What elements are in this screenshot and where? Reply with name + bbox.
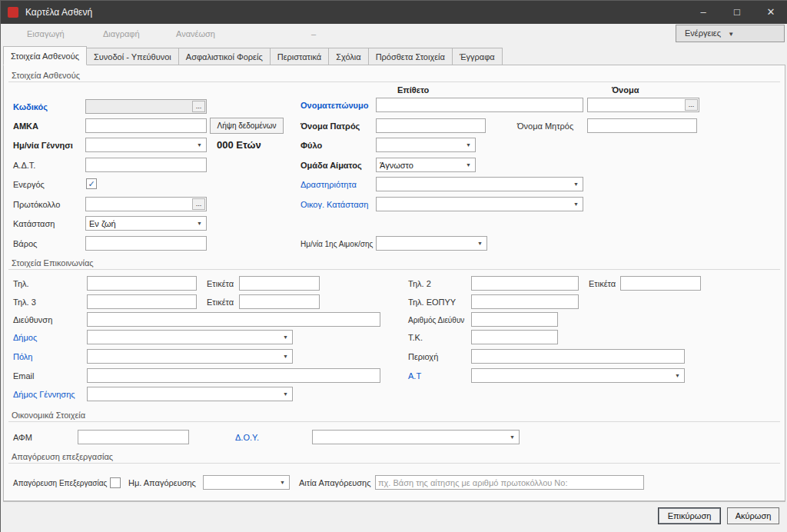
fetch-data-button[interactable]: Λήψη δεδομένων	[210, 118, 284, 134]
blood-type-label: Ομάδα Αίματος	[301, 158, 362, 173]
tab-incidents[interactable]: Περιστατικά	[271, 48, 329, 65]
firstname-field: ...	[587, 98, 699, 112]
chevron-down-icon: ▼	[570, 178, 582, 190]
tel2-tag-label: Ετικέτα	[589, 277, 616, 291]
birthdate-combo[interactable]: ▼	[85, 138, 207, 152]
email-label: Email	[13, 369, 35, 384]
blood-type-value: Άγνωστο	[380, 159, 413, 171]
tab-patient-details[interactable]: Στοιχεία Ασθενούς	[3, 46, 87, 65]
birth-municipality-combo[interactable]: ▼	[87, 387, 293, 401]
tel1-label: Τηλ.	[13, 277, 29, 291]
cancel-button[interactable]: Ακύρωση	[727, 507, 779, 524]
tab-documents[interactable]: Έγγραφα	[453, 48, 503, 65]
activity-combo[interactable]: ▼	[376, 177, 583, 191]
patient-details-section-header: Στοιχεία Ασθενούς	[8, 69, 780, 82]
city-combo[interactable]: ▼	[87, 349, 293, 364]
delete-button[interactable]: Διαγραφή	[103, 29, 140, 38]
tab-insurance-providers[interactable]: Ασφαλιστικοί Φορείς	[179, 48, 271, 65]
status-value: Εν ζωή	[89, 218, 116, 230]
tel1-input[interactable]	[87, 276, 197, 291]
activity-label[interactable]: Δραστηριότητα	[301, 178, 357, 192]
fullname-label[interactable]: Ονοματεπώνυμο	[301, 98, 368, 113]
app-icon	[8, 7, 18, 18]
address-number-input[interactable]	[471, 312, 558, 327]
city-label[interactable]: Πόλη	[13, 350, 32, 364]
close-button[interactable]: ✕	[754, 1, 787, 24]
police-dept-label[interactable]: Α.Τ	[408, 369, 421, 384]
mother-name-input[interactable]	[587, 118, 697, 133]
chevron-down-icon: ▼	[194, 139, 205, 151]
toolbar-separator: –	[311, 29, 316, 38]
firstname-ellipsis-button[interactable]: ...	[685, 99, 698, 111]
tel3-tag-label: Ετικέτα	[207, 295, 234, 310]
window-title: Καρτέλα Ασθενή	[25, 1, 92, 24]
chevron-down-icon: ▼	[570, 198, 582, 210]
birth-municipality-label[interactable]: Δήμος Γέννησης	[13, 387, 75, 402]
tabstrip: Στοιχεία Ασθενούς Συνοδοί - Υπεύθυνοι Ασ…	[3, 46, 503, 65]
weight-input[interactable]	[85, 236, 207, 251]
surname-input[interactable]	[376, 98, 583, 112]
mother-name-label: Όνομα Μητρός	[517, 119, 573, 134]
code-input[interactable]	[87, 101, 191, 112]
amka-input[interactable]	[85, 118, 207, 133]
insert-button[interactable]: Εισαγωγή	[27, 29, 65, 38]
afm-input[interactable]	[78, 430, 189, 444]
area-input[interactable]	[471, 349, 685, 364]
blood-type-combo[interactable]: Άγνωστο ▼	[376, 158, 476, 172]
maximize-button[interactable]: □	[720, 1, 754, 24]
municipality-combo[interactable]: ▼	[87, 330, 293, 344]
afm-label: ΑΦΜ	[13, 431, 32, 445]
code-ellipsis-button[interactable]: ...	[192, 101, 205, 112]
tel3-input[interactable]	[87, 294, 197, 309]
prohibition-section-header: Απαγόρευση επεξεργασίας	[8, 451, 780, 464]
zip-label: Τ.Κ.	[408, 331, 423, 345]
tab-additional-details[interactable]: Πρόσθετα Στοιχεία	[369, 48, 453, 65]
chevron-down-icon: ▼	[280, 351, 291, 362]
chevron-down-icon: ▼	[672, 370, 683, 381]
tel-eopyy-input[interactable]	[471, 294, 579, 309]
doy-combo[interactable]: ▼	[312, 430, 520, 444]
marital-status-label[interactable]: Οικογ. Κατάσταση	[301, 198, 368, 212]
protocol-ellipsis-button[interactable]: ...	[192, 198, 205, 210]
minimize-button[interactable]: –	[686, 1, 720, 24]
gender-combo[interactable]: ▼	[376, 138, 476, 152]
active-checkbox[interactable]: ✓	[86, 178, 97, 189]
father-name-input[interactable]	[376, 118, 486, 133]
email-input[interactable]	[87, 368, 380, 383]
firstname-input[interactable]	[589, 99, 684, 111]
tel2-tag-input[interactable]	[620, 276, 701, 291]
address-number-label: Αριθμός Διεύθυν	[408, 313, 464, 328]
prohibition-checkbox[interactable]	[110, 477, 121, 488]
refresh-button[interactable]: Ανανέωση	[176, 29, 215, 38]
municipality-label[interactable]: Δήμος	[13, 331, 37, 345]
patient-card-window: Καρτέλα Ασθενή – □ ✕ Εισαγωγή Διαγραφή Α…	[0, 0, 787, 532]
police-dept-combo[interactable]: ▼	[471, 368, 685, 383]
chevron-down-icon: ▼	[463, 159, 474, 171]
doy-label[interactable]: Δ.Ο.Υ.	[235, 431, 259, 445]
marital-status-combo[interactable]: ▼	[376, 197, 583, 211]
surname-column-header: Επίθετο	[397, 83, 429, 98]
amka-label: ΑΜΚΑ	[13, 119, 38, 134]
status-combo[interactable]: Εν ζωή ▼	[85, 216, 207, 231]
tel2-input[interactable]	[471, 276, 579, 291]
tel3-tag-input[interactable]	[239, 294, 320, 309]
prohibition-checkbox-label: Απαγόρευση Επεξεργασίας	[13, 476, 107, 490]
first-dialysis-combo[interactable]: ▼	[376, 236, 487, 251]
tel1-tag-label: Ετικέτα	[207, 277, 234, 291]
zip-input[interactable]	[471, 330, 558, 344]
chevron-down-icon: ▼	[728, 31, 734, 38]
protocol-input[interactable]	[87, 198, 191, 210]
chevron-down-icon: ▼	[463, 139, 474, 151]
actions-button[interactable]: Ενέργειες ▼	[676, 25, 785, 42]
toolbar: Εισαγωγή Διαγραφή Ανανέωση – Ενέργειες ▼	[1, 24, 787, 45]
prohibition-reason-input[interactable]	[375, 475, 644, 490]
tab-comments[interactable]: Σχόλια	[329, 48, 369, 65]
tel1-tag-input[interactable]	[239, 276, 320, 291]
id-card-input[interactable]	[85, 158, 207, 172]
tab-companions-guardians[interactable]: Συνοδοί - Υπεύθυνοι	[87, 48, 179, 65]
code-label[interactable]: Κωδικός	[13, 100, 48, 115]
window-controls: – □ ✕	[686, 1, 787, 24]
confirm-button[interactable]: Επικύρωση	[658, 507, 721, 524]
address-input[interactable]	[87, 312, 380, 327]
prohibition-date-combo[interactable]: ▼	[203, 475, 290, 490]
